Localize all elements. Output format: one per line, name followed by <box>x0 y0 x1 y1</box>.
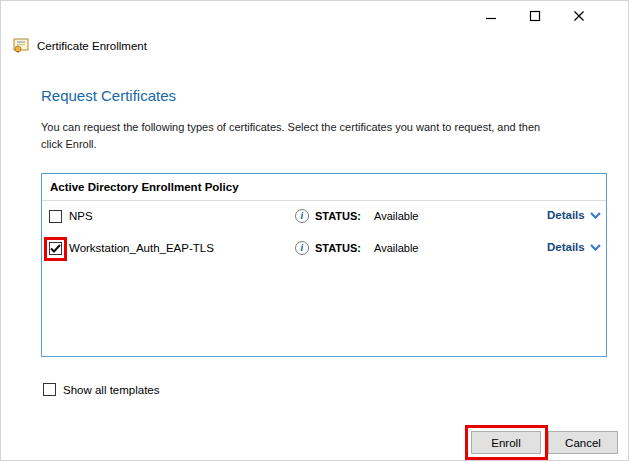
certificate-name: NPS <box>69 210 93 222</box>
checkmark-icon <box>50 244 61 253</box>
page-title: Request Certificates <box>41 87 176 104</box>
show-all-templates-label[interactable]: Show all templates <box>63 384 160 396</box>
minimize-icon <box>485 10 497 22</box>
window-controls <box>480 6 590 26</box>
certificate-icon <box>13 38 30 53</box>
maximize-icon <box>529 10 541 22</box>
info-icon: i <box>295 209 309 223</box>
chevron-down-icon <box>590 244 601 251</box>
enrollment-policy-panel: Active Directory Enrollment Policy NPS i… <box>41 173 607 357</box>
app-header: Certificate Enrollment <box>13 38 147 53</box>
details-label: Details <box>547 241 585 253</box>
window-title: Certificate Enrollment <box>37 40 147 52</box>
status-label: STATUS: <box>315 242 361 254</box>
description-line-2: click Enroll. <box>41 136 540 153</box>
status-value: Available <box>374 210 418 222</box>
chevron-down-icon <box>590 212 601 219</box>
certificate-enrollment-window: Certificate Enrollment Request Certifica… <box>0 0 629 461</box>
details-label: Details <box>547 209 585 221</box>
status-value: Available <box>374 242 418 254</box>
certificate-name: Workstation_Auth_EAP-TLS <box>69 242 214 254</box>
close-button[interactable] <box>568 6 590 26</box>
description-line-1: You can request the following types of c… <box>41 119 540 136</box>
info-icon: i <box>295 241 309 255</box>
certificate-row-nps: NPS i STATUS: Available Details <box>42 201 606 233</box>
cancel-button[interactable]: Cancel <box>548 431 618 454</box>
details-expander-nps[interactable]: Details <box>547 209 601 221</box>
show-all-templates-control: Show all templates <box>43 383 160 396</box>
checkbox-workstation-auth-eap-tls[interactable] <box>49 242 62 255</box>
close-icon <box>573 10 585 22</box>
minimize-button[interactable] <box>480 6 502 26</box>
details-expander-workstation[interactable]: Details <box>547 241 601 253</box>
maximize-button[interactable] <box>524 6 546 26</box>
certificate-row-workstation-auth-eap-tls: Workstation_Auth_EAP-TLS i STATUS: Avail… <box>42 233 606 265</box>
enroll-button[interactable]: Enroll <box>471 431 541 454</box>
policy-group-header: Active Directory Enrollment Policy <box>42 174 606 201</box>
page-description: You can request the following types of c… <box>41 119 540 152</box>
status-label: STATUS: <box>315 210 361 222</box>
checkbox-nps[interactable] <box>49 210 62 223</box>
checkbox-show-all-templates[interactable] <box>43 383 56 396</box>
